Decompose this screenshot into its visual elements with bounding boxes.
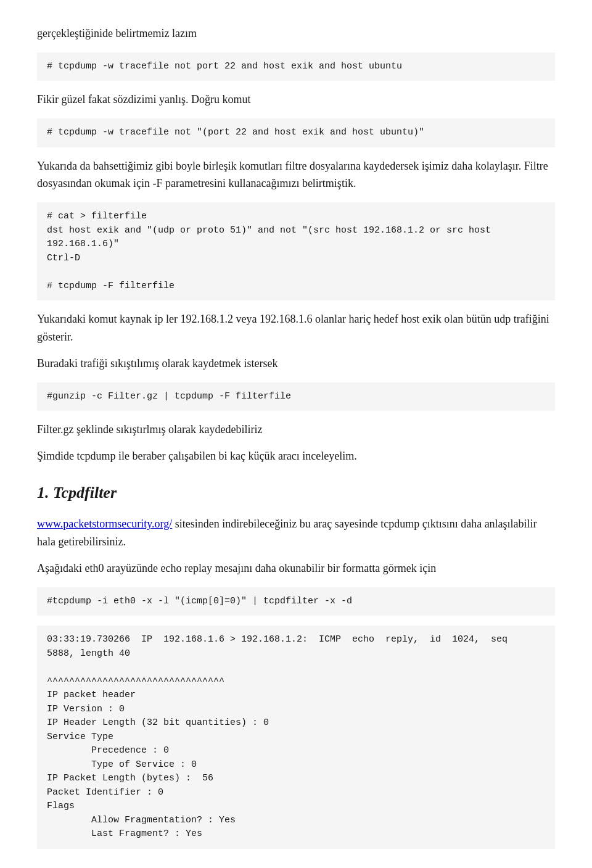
link-section: www.packetstormsecurity.org/ sitesinden … [37,515,555,551]
explanation2-text: Yukarıdaki komut kaynak ip ler 192.168.1… [37,310,555,346]
tcpdfilter-output: 03:33:19.730266 IP 192.168.1.6 > 192.168… [37,626,555,849]
code-block4-section: #tcpdump -i eth0 -x -l "(icmp[0]=0)" | t… [37,587,555,616]
intro-paragraph: gerçekleştiğinide belirtmemiz lazım [37,25,555,43]
wrong-note-section: Fikir güzel fakat sözdizimi yanlış. Doğr… [37,91,555,109]
explanation5-section: Şimdide tcpdump ile beraber çalışabilen … [37,447,555,465]
explanation5-text: Şimdide tcpdump ile beraber çalışabilen … [37,447,555,465]
explanation7-text: Aşağıdaki eth0 arayüzünde echo replay me… [37,560,555,577]
link-paragraph: www.packetstormsecurity.org/ sitesinden … [37,515,555,551]
code-block1-section: # tcpdump -w tracefile not "(port 22 and… [37,118,555,147]
explanation7-section: Aşağıdaki eth0 arayüzünde echo replay me… [37,560,555,577]
gunzip-command: #gunzip -c Filter.gz | tcpdump -F filter… [37,382,555,411]
section1-header: 1. Tcpdfilter [37,480,555,506]
explanation3-text: Buradaki trafiği sıkıştılımış olarak kay… [37,355,555,373]
wrong-note-text: Fikir güzel fakat sözdizimi yanlış. Doğr… [37,91,555,109]
explanation3-section: Buradaki trafiği sıkıştılımış olarak kay… [37,355,555,373]
code-block5-section: 03:33:19.730266 IP 192.168.1.6 > 192.168… [37,626,555,849]
tcpdfilter-command: #tcpdump -i eth0 -x -l "(icmp[0]=0)" | t… [37,587,555,616]
command-1: # tcpdump -w tracefile not port 22 and h… [37,52,555,81]
explanation1-section: Yukarıda da bahsettiğimiz gibi boyle bir… [37,157,555,193]
code-block2-section: # cat > filterfile dst host exik and "(u… [37,202,555,300]
correct-command: # tcpdump -w tracefile not "(port 22 and… [37,118,555,147]
explanation1-text: Yukarıda da bahsettiğimiz gibi boyle bir… [37,157,555,193]
cmd1-section: # tcpdump -w tracefile not port 22 and h… [37,52,555,81]
explanation2-section: Yukarıdaki komut kaynak ip ler 192.168.1… [37,310,555,346]
explanation4-text: Filter.gz şeklinde sıkıştırlmış olarak k… [37,421,555,439]
code-block3-section: #gunzip -c Filter.gz | tcpdump -F filter… [37,382,555,411]
explanation4-section: Filter.gz şeklinde sıkıştırlmış olarak k… [37,421,555,439]
intro-text: gerçekleştiğinide belirtmemiz lazım [37,25,555,43]
section1-title: 1. Tcpdfilter [37,480,555,506]
filterfile-command: # cat > filterfile dst host exik and "(u… [37,202,555,300]
packetstorm-link[interactable]: www.packetstormsecurity.org/ [37,518,172,530]
